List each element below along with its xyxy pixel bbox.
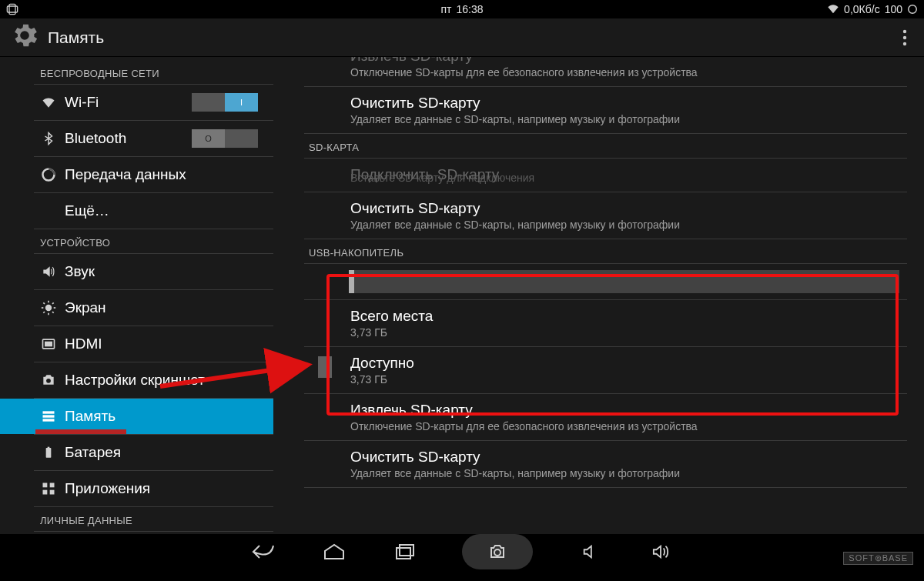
svg-rect-1 [7,6,17,12]
storage-icon [40,409,57,424]
item-eject-sd-usb[interactable]: Извлечь SD-карту Отключение SD-карты для… [304,394,907,440]
sidebar-item-bluetooth[interactable]: Bluetooth O [0,121,273,156]
svg-point-18 [46,379,51,383]
annotation-underline [35,429,126,434]
item-value: 3,73 ГБ [350,326,907,339]
overflow-menu-button[interactable] [895,29,915,46]
item-title: Очистить SD-карту [350,95,907,112]
svg-point-2 [909,5,917,14]
svg-line-12 [43,302,45,304]
recent-apps-button[interactable] [391,538,419,566]
volume-down-button[interactable] [576,538,604,566]
navigation-bar: SOFT⊚BASE [0,534,924,569]
settings-sidebar: БЕСПРОВОДНЫЕ СЕТИ Wi-Fi I Bluetooth O [0,57,273,534]
apps-icon [40,481,57,496]
sidebar-item-battery[interactable]: Батарея [0,435,273,470]
svg-point-5 [903,42,906,45]
battery-circle-icon [907,4,918,15]
item-total-space[interactable]: Всего места 3,73 ГБ [304,300,907,346]
item-subtitle: Отключение SD-карты для ее безопасного и… [350,66,907,78]
wifi-icon [40,95,57,110]
section-header-extra [304,488,907,500]
section-header-personal: ЛИЧНЫЕ ДАННЫЕ [0,507,273,531]
item-eject-sd-top[interactable]: Извлечь SD-карту Отключение SD-карты для… [304,57,907,86]
item-subtitle: Удаляет все данные с SD-карты, например … [350,219,907,231]
sidebar-item-sound[interactable]: Звук [0,254,273,289]
svg-line-14 [43,312,45,313]
sidebar-item-label: Передача данных [40,166,186,183]
status-time: 16:38 [456,3,483,15]
svg-point-3 [903,29,906,32]
orientation-lock-icon [6,3,18,15]
item-title: Извлечь SD-карту [350,402,907,419]
app-bar: Память [0,18,924,57]
camera-icon [40,372,57,388]
volume-up-button[interactable] [647,538,675,566]
item-erase-sd-1[interactable]: Очистить SD-карту Удаляет все данные с S… [304,87,907,133]
item-title: Доступно [350,355,907,372]
usb-usage-bar [304,264,907,299]
svg-point-31 [494,549,500,556]
color-swatch-icon [318,356,332,378]
settings-gear-icon [9,20,40,55]
svg-line-13 [52,312,54,313]
sidebar-item-display[interactable]: Экран [0,290,273,326]
item-subtitle: Вставьте SD-карту для подключения [350,172,907,184]
status-speed: 0,0Кб/с [844,3,880,15]
status-battery: 100 [885,3,902,15]
item-title: Всего места [350,308,907,325]
sidebar-item-screenshot[interactable]: Настройки скриншот [0,362,273,398]
item-erase-sd-2[interactable]: Очистить SD-карту Удаляет все данные с S… [304,192,907,239]
item-erase-sd-3[interactable]: Очистить SD-карту Удаляет все данные с S… [304,441,907,487]
svg-point-4 [903,35,906,38]
status-bar: пт 16:38 0,0Кб/с 100 [0,0,924,18]
item-value: 3,73 ГБ [350,373,907,386]
wifi-toggle[interactable]: I [192,93,258,112]
svg-rect-30 [400,545,413,556]
status-day: пт [440,3,451,15]
item-available-space[interactable]: Доступно 3,73 ГБ [304,347,907,393]
sidebar-item-wifi[interactable]: Wi-Fi I [0,85,273,120]
item-mount-sd: Подключить SD-карту Вставьте SD-карту дл… [304,159,907,192]
item-subtitle: Удаляет все данные с SD-карты, например … [350,113,907,125]
section-header-sdcard: SD-КАРТА [304,134,907,158]
sidebar-item-label: Настройки скриншот [40,372,205,389]
item-subtitle: Удаляет все данные с SD-карты, например … [350,467,907,479]
section-header-device: УСТРОЙСТВО [0,229,273,253]
svg-rect-21 [43,419,55,421]
section-header-wireless: БЕСПРОВОДНЫЕ СЕТИ [0,60,273,84]
svg-rect-26 [43,490,48,495]
brightness-icon [40,300,57,316]
svg-rect-17 [45,342,52,347]
sidebar-item-apps[interactable]: Приложения [0,471,273,506]
svg-rect-29 [397,548,410,559]
svg-rect-20 [43,415,55,417]
battery-icon [40,445,57,460]
sidebar-item-hdmi[interactable]: HDMI [0,326,273,362]
item-title: Извлечь SD-карту [350,57,907,65]
sidebar-item-memory[interactable]: Память [0,399,273,434]
sidebar-item-label: Ещё… [40,202,109,219]
home-button[interactable] [320,538,348,566]
back-button[interactable] [249,538,277,566]
screenshot-button[interactable] [462,534,533,569]
sound-icon [40,264,57,279]
data-usage-icon [40,167,57,182]
svg-point-7 [45,305,52,311]
bluetooth-toggle[interactable]: O [192,129,258,148]
svg-line-15 [52,302,54,304]
svg-rect-19 [43,411,55,413]
hdmi-icon [40,336,57,352]
settings-detail-pane[interactable]: Извлечь SD-карту Отключение SD-карты для… [273,57,924,534]
item-title: Очистить SD-карту [350,449,907,466]
svg-rect-22 [46,448,52,458]
sidebar-item-data-usage[interactable]: Передача данных [0,157,273,192]
item-title: Очистить SD-карту [350,200,907,217]
section-header-usb: USB-НАКОПИТЕЛЬ [304,239,907,263]
wifi-icon [827,3,839,15]
svg-rect-27 [50,490,55,495]
svg-rect-24 [43,483,48,488]
svg-rect-25 [50,483,55,488]
sidebar-item-more[interactable]: Ещё… [0,193,273,229]
bluetooth-icon [40,132,57,145]
